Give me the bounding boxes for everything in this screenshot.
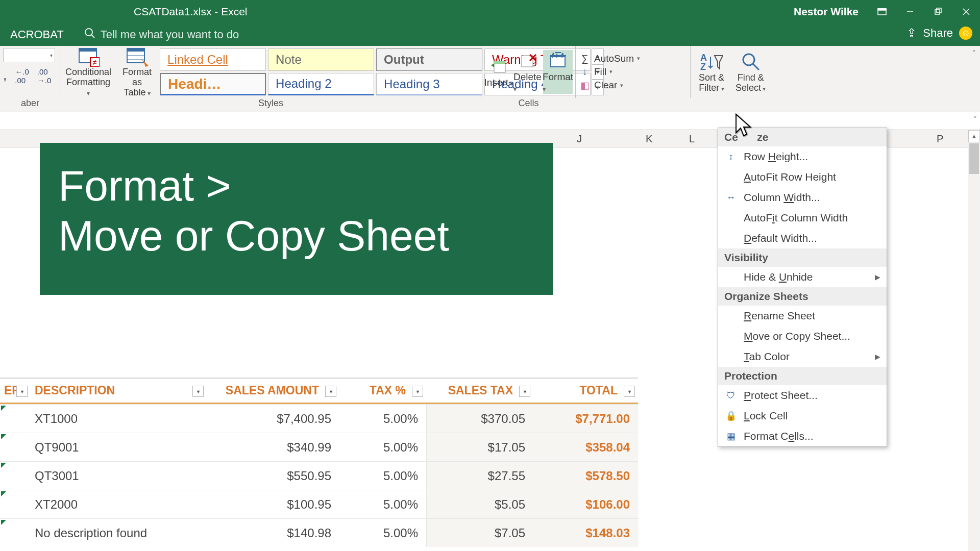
close-icon[interactable] [952,0,980,23]
th-tax-pct: TAX %▾ [339,379,426,403]
delete-cells-button[interactable]: Delete [513,50,543,94]
menu-move-or-copy-sheet[interactable]: Move or Copy Sheet... [718,326,887,346]
window-controls [868,0,980,23]
conditional-formatting-button[interactable]: ≠ Conditional Formatting [62,48,114,96]
cell-total[interactable]: $106.00 [533,490,638,518]
cell-description[interactable]: QT9001 [31,433,207,461]
menu-default-width[interactable]: Default Width... [718,228,887,248]
col-header-p[interactable]: P [937,133,943,145]
feedback-smiley-icon[interactable]: ☺ [959,27,972,40]
filter-dropdown-icon[interactable]: ▾ [192,386,204,397]
table-row[interactable]: QT3001$550.955.00%$27.55$578.50 [0,461,638,490]
column-width-icon: ↔ [724,192,738,203]
table-row[interactable]: No description found$140.985.00%$7.05$14… [0,518,638,547]
style-heading-3[interactable]: Heading 3 [376,73,482,95]
cell-total[interactable]: $7,771.00 [533,405,638,433]
style-heading-2[interactable]: Heading 2 [268,73,374,95]
table-row[interactable]: QT9001$340.995.00%$17.05$358.04 [0,433,638,461]
comma-style-icon[interactable]: , [3,67,7,85]
formula-bar-expand-icon[interactable]: ˅ [973,115,977,123]
style-linked-cell[interactable]: Linked Cell [160,48,266,71]
col-header-l[interactable]: L [689,133,695,145]
menu-section-organize-sheets: Organize Sheets [718,287,887,306]
sort-filter-button[interactable]: AZ Sort & Filter [696,48,727,96]
menu-autofit-column-width[interactable]: AutoFit Column Width [718,208,887,228]
menu-section-visibility: Visibility [718,248,887,267]
table-row[interactable]: XT1000$7,400.955.00%$370.05$7,771.00 [0,404,638,433]
svg-rect-1 [878,9,886,10]
clear-button[interactable]: ◧Clear▾ [579,80,640,91]
menu-column-width[interactable]: ↔Column Width... [718,187,887,208]
cell-sales-amount[interactable]: $7,400.95 [207,405,339,433]
number-format-combo[interactable] [3,48,55,62]
cell-description[interactable]: No description found [31,519,207,547]
cell-tax-pct[interactable]: 5.00% [339,433,426,461]
insert-cells-button[interactable]: Insert [484,56,513,88]
filter-dropdown-icon[interactable]: ▾ [519,386,530,397]
scroll-up-icon[interactable]: ▲ [968,130,980,142]
autosum-button[interactable]: ∑AutoSum▾ [579,53,640,64]
cell-sales-tax[interactable]: $370.05 [426,405,533,433]
filter-dropdown-icon[interactable]: ▾ [16,386,28,397]
menu-tab-color[interactable]: Tab Color▶ [718,346,887,367]
filter-dropdown-icon[interactable]: ▾ [325,386,336,397]
ribbon-tab-strip: ACROBAT Tell me what you want to do ⇪ Sh… [0,23,980,46]
number-group: , ←.0.00 .00→.0 [0,46,60,98]
cell-sales-amount[interactable]: $100.95 [207,490,339,518]
increase-decimal-icon[interactable]: ←.0.00 [15,67,29,85]
menu-autofit-row-height[interactable]: AutoFit Row Height [718,167,887,187]
fill-button[interactable]: ↓Fill▾ [579,66,640,78]
cell-total[interactable]: $148.03 [533,519,638,547]
cell-sales-tax[interactable]: $17.05 [426,433,533,461]
decrease-decimal-icon[interactable]: .00→.0 [37,67,52,85]
cell-total[interactable]: $358.04 [533,433,638,461]
minimize-icon[interactable] [896,0,924,23]
menu-protect-sheet[interactable]: 🛡Protect Sheet... [718,385,887,406]
style-note[interactable]: Note [268,48,374,71]
annotation-line-1: Format > [58,163,534,208]
th-total: TOTAL▾ [533,379,638,403]
filter-dropdown-icon[interactable]: ▾ [624,386,635,397]
menu-lock-cell[interactable]: 🔒Lock Cell [718,406,887,426]
cell-description[interactable]: XT1000 [31,405,207,433]
cell-sales-tax[interactable]: $7.05 [426,519,533,547]
ribbon-display-options-icon[interactable] [868,0,896,23]
ribbon-collapse-icon[interactable]: ˄ [968,46,980,112]
cell-tax-pct[interactable]: 5.00% [339,462,426,490]
find-select-button[interactable]: Find & Select [732,48,769,96]
menu-rename-sheet[interactable]: Rename Sheet [718,306,887,326]
share-button[interactable]: Share [923,27,953,40]
cell-tax-pct[interactable]: 5.00% [339,405,426,433]
style-heading-1[interactable]: Headi… [160,73,266,95]
tab-acrobat[interactable]: ACROBAT [0,28,74,41]
col-header-j[interactable]: J [577,133,582,145]
menu-row-height[interactable]: ↕Row Height... [718,146,887,167]
cell-description[interactable]: QT3001 [31,462,207,490]
tell-me-search[interactable]: Tell me what you want to do [84,28,239,42]
cell-total[interactable]: $578.50 [533,462,638,490]
table-row[interactable]: XT2000$100.955.00%$5.05$106.00 [0,490,638,518]
cell-sales-amount[interactable]: $140.98 [207,519,339,547]
format-dropdown-menu: Cell Size ↕Row Height... AutoFit Row Hei… [718,128,887,447]
svg-rect-3 [935,10,940,14]
clear-label: Clear [594,80,617,91]
scroll-thumb[interactable] [969,143,979,174]
maximize-icon[interactable] [924,0,952,23]
cell-sales-amount[interactable]: $550.95 [207,462,339,490]
cell-tax-pct[interactable]: 5.00% [339,519,426,547]
menu-hide-unhide[interactable]: Hide & Unhide▶ [718,267,887,287]
find-select-label: Find & Select [736,72,766,93]
cell-sales-tax[interactable]: $27.55 [426,462,533,490]
vertical-scrollbar[interactable]: ▲ [968,130,980,551]
cell-tax-pct[interactable]: 5.00% [339,490,426,518]
cell-description[interactable]: XT2000 [31,490,207,518]
filter-dropdown-icon[interactable]: ▾ [412,386,423,397]
cell-sales-tax[interactable]: $5.05 [426,490,533,518]
format-as-table-button[interactable]: Format as Table [119,48,155,96]
insert-label: Insert [484,77,513,88]
style-output[interactable]: Output [376,48,482,71]
format-cells-button[interactable]: Format [543,50,573,94]
cell-sales-amount[interactable]: $340.99 [207,433,339,461]
menu-format-cells[interactable]: ▦Format Cells... [718,426,887,446]
col-header-k[interactable]: K [646,133,652,145]
